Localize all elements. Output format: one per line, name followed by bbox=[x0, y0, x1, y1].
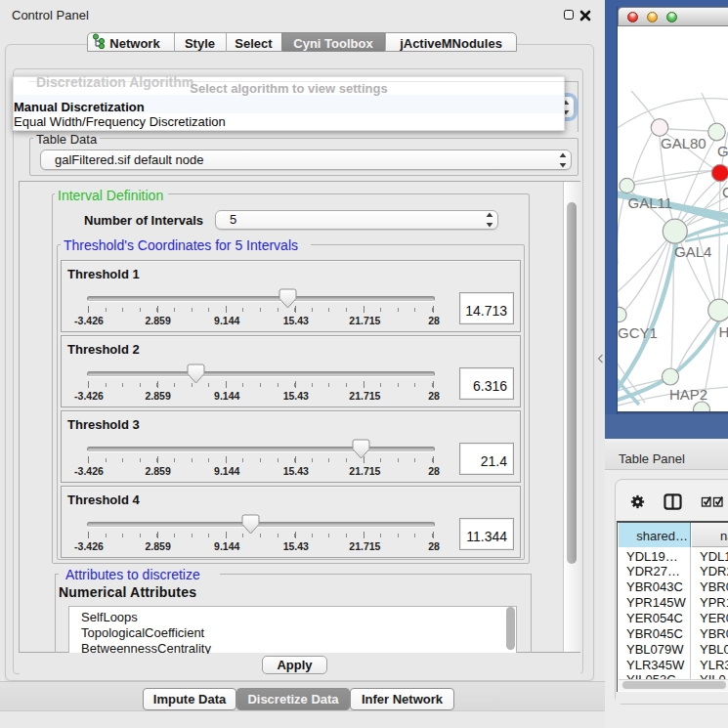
svg-text:GAL11: GAL11 bbox=[628, 194, 673, 211]
svg-text:C: C bbox=[722, 184, 728, 200]
svg-text:GAL4: GAL4 bbox=[674, 243, 711, 260]
svg-text:GAL80: GAL80 bbox=[661, 135, 707, 151]
svg-text:HAP2: HAP2 bbox=[669, 386, 707, 403]
svg-text:H: H bbox=[719, 323, 728, 340]
svg-text:GCY1: GCY1 bbox=[618, 324, 658, 341]
svg-text:GA: GA bbox=[717, 143, 728, 159]
